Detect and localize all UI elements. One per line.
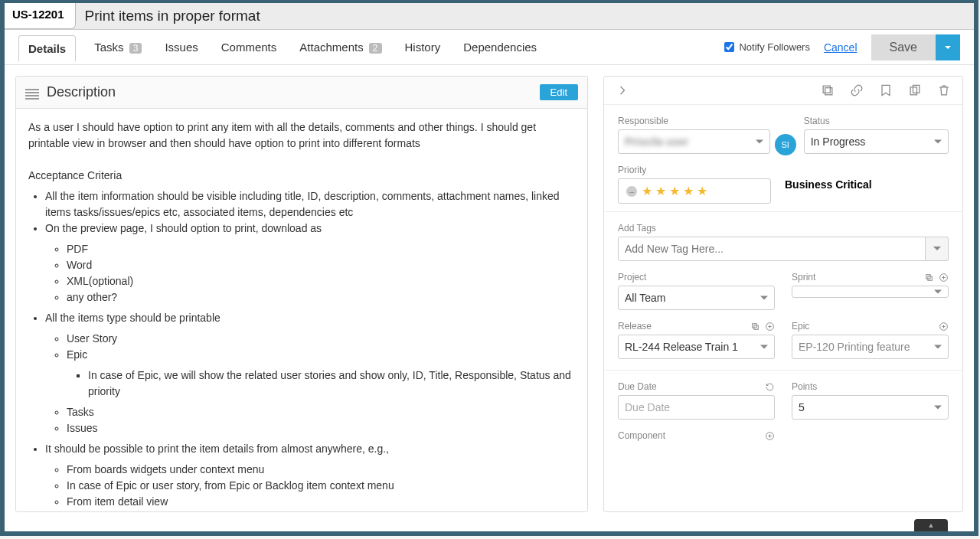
ac-subitem: From pop-up under context menu bbox=[67, 510, 575, 511]
priority-clear-icon[interactable]: – bbox=[626, 186, 637, 197]
component-label: Component bbox=[618, 430, 665, 441]
tags-dropdown-button[interactable] bbox=[926, 237, 949, 261]
chevron-down-icon bbox=[944, 44, 952, 51]
acceptance-criteria-heading: Acceptance Criteria bbox=[28, 168, 575, 184]
star-icon: ★ bbox=[655, 184, 666, 198]
tab-tasks[interactable]: Tasks 3 bbox=[90, 33, 146, 61]
attachments-count-badge: 2 bbox=[369, 43, 382, 54]
ac-item: It should be possible to print the item … bbox=[45, 441, 575, 511]
release-label: Release bbox=[618, 321, 652, 332]
star-icon: ★ bbox=[697, 184, 707, 198]
priority-text: Business Critical bbox=[785, 178, 872, 191]
item-id-tab[interactable]: US-12201 bbox=[5, 3, 76, 29]
add-icon[interactable] bbox=[765, 322, 775, 332]
due-date-input[interactable] bbox=[618, 395, 775, 420]
notify-followers-toggle[interactable]: Notify Followers bbox=[724, 41, 809, 53]
star-icon: ★ bbox=[642, 184, 652, 198]
ac-item: On the preview page, I should option to … bbox=[45, 220, 575, 305]
ac-subsubitem: In case of Epic, we will show the relate… bbox=[88, 368, 575, 400]
responsible-select[interactable]: Priscila user bbox=[618, 129, 770, 154]
priority-stars[interactable]: – ★ ★ ★ ★ ★ bbox=[618, 178, 771, 204]
epic-select[interactable]: EP-120 Printing feature bbox=[792, 335, 949, 359]
tab-issues[interactable]: Issues bbox=[160, 33, 202, 61]
add-icon[interactable] bbox=[939, 322, 949, 332]
description-body: As a user I should have option to print … bbox=[16, 109, 587, 511]
add-icon[interactable] bbox=[765, 431, 775, 441]
properties-panel: Responsible Priscila user SI Status In P… bbox=[603, 76, 963, 512]
star-icon: ★ bbox=[683, 184, 694, 198]
ac-subitem: In case of Epic or user story, from Epic… bbox=[67, 478, 575, 494]
tab-attachments[interactable]: Attachments 2 bbox=[295, 33, 386, 61]
svg-rect-0 bbox=[825, 88, 832, 95]
save-button[interactable]: Save bbox=[871, 34, 936, 60]
ac-subitem: Tasks bbox=[67, 404, 575, 420]
responsible-avatar[interactable]: SI bbox=[775, 134, 796, 155]
notify-followers-checkbox[interactable] bbox=[724, 42, 734, 52]
svg-rect-7 bbox=[753, 323, 756, 327]
save-dropdown-button[interactable] bbox=[936, 34, 960, 60]
sprint-label: Sprint bbox=[792, 272, 815, 283]
copy-icon[interactable] bbox=[820, 83, 835, 98]
item-title: Print items in proper format bbox=[76, 8, 260, 24]
popout-icon[interactable] bbox=[750, 322, 760, 332]
description-panel: Description Edit As a user I should have… bbox=[15, 76, 588, 512]
project-label: Project bbox=[618, 272, 775, 283]
cancel-link[interactable]: Cancel bbox=[824, 41, 858, 54]
priority-label: Priority bbox=[618, 165, 771, 175]
link-icon[interactable] bbox=[849, 83, 864, 98]
add-icon[interactable] bbox=[939, 273, 949, 283]
tab-tasks-label: Tasks bbox=[94, 41, 123, 54]
drag-handle-icon[interactable] bbox=[25, 87, 39, 98]
tasks-count-badge: 3 bbox=[129, 43, 142, 54]
status-label: Status bbox=[804, 116, 949, 126]
ac-subitem: XML(optional) bbox=[67, 273, 575, 289]
status-select[interactable]: In Progress bbox=[804, 129, 949, 154]
star-icon: ★ bbox=[669, 184, 680, 198]
ac-item: All the item information should be visib… bbox=[45, 188, 575, 220]
add-tags-input[interactable] bbox=[618, 237, 926, 261]
ac-subitem: any other? bbox=[67, 289, 575, 305]
tab-bar: Details Tasks 3 Issues Comments Attachme… bbox=[5, 30, 974, 65]
tab-dependencies[interactable]: Dependencies bbox=[459, 33, 541, 61]
description-heading: Description bbox=[47, 84, 540, 100]
ac-subitem: Issues bbox=[67, 420, 575, 436]
ac-subitem: PDF bbox=[67, 241, 575, 257]
footer-expand-handle[interactable] bbox=[914, 519, 948, 531]
sprint-select[interactable] bbox=[792, 286, 949, 298]
svg-rect-4 bbox=[926, 274, 930, 278]
duplicate-icon[interactable] bbox=[907, 83, 923, 98]
header-bar: US-12201 Print items in proper format bbox=[5, 3, 974, 30]
project-select[interactable]: All Team bbox=[618, 286, 775, 310]
svg-rect-2 bbox=[910, 87, 916, 95]
tab-attachments-label: Attachments bbox=[299, 41, 363, 54]
tab-history[interactable]: History bbox=[400, 33, 446, 61]
ac-subitem: Epic In case of Epic, we will show the r… bbox=[67, 347, 575, 400]
add-tags-label: Add Tags bbox=[618, 223, 949, 234]
reset-icon[interactable] bbox=[765, 382, 775, 392]
notify-followers-label: Notify Followers bbox=[739, 41, 809, 53]
trash-icon[interactable] bbox=[936, 83, 952, 98]
ac-item: All the items type should be printable U… bbox=[45, 310, 575, 436]
tab-details[interactable]: Details bbox=[18, 35, 76, 61]
ac-subitem: User Story bbox=[67, 331, 575, 347]
responsible-label: Responsible bbox=[618, 116, 770, 126]
release-select[interactable]: RL-244 Release Train 1 bbox=[618, 335, 775, 359]
svg-rect-8 bbox=[754, 325, 758, 328]
ac-subitem: Word bbox=[67, 257, 575, 273]
svg-rect-3 bbox=[913, 85, 920, 93]
tab-comments[interactable]: Comments bbox=[217, 33, 282, 61]
ac-subitem: From item detail view bbox=[67, 494, 575, 510]
epic-label: Epic bbox=[792, 321, 809, 332]
svg-rect-5 bbox=[928, 276, 932, 279]
points-label: Points bbox=[792, 381, 949, 392]
points-select[interactable]: 5 bbox=[792, 395, 949, 420]
edit-description-button[interactable]: Edit bbox=[540, 84, 578, 100]
popout-icon[interactable] bbox=[924, 273, 934, 283]
svg-rect-1 bbox=[823, 86, 830, 93]
description-intro: As a user I should have option to print … bbox=[28, 119, 575, 152]
due-date-label: Due Date bbox=[618, 381, 657, 392]
bookmark-icon[interactable] bbox=[878, 83, 893, 98]
expand-icon[interactable] bbox=[615, 83, 630, 98]
ac-subitem: From boards widgets under context menu bbox=[67, 462, 575, 478]
